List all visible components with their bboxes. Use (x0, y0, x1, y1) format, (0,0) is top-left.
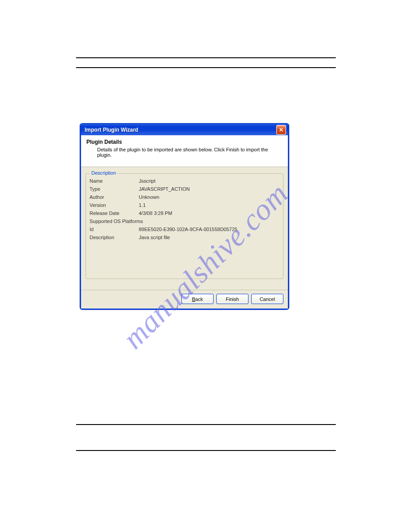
group-legend: Description (90, 170, 118, 176)
horizontal-rule (76, 424, 336, 425)
release-date-label: Release Date (90, 210, 139, 216)
back-button-rest: ack (195, 296, 203, 302)
import-plugin-wizard-dialog: Import Plugin Wizard ✕ Plugin Details De… (80, 123, 289, 310)
field-row-author: Author Unknown (90, 194, 279, 200)
platforms-label: Supported OS Platforms (90, 219, 143, 224)
version-label: Version (90, 202, 139, 208)
description-value: Java script file (139, 235, 279, 240)
body-panel: Description Name Jsscript Type JAVASCRIP… (81, 167, 288, 290)
close-button[interactable]: ✕ (276, 125, 286, 135)
cancel-button[interactable]: Cancel (251, 294, 283, 304)
horizontal-rule (76, 67, 336, 68)
back-button[interactable]: Back (181, 294, 214, 304)
footer-panel: Back Finish Cancel (81, 290, 288, 309)
field-row-type: Type JAVASCRIPT_ACTION (90, 186, 279, 192)
window-title: Import Plugin Wizard (85, 127, 138, 133)
finish-button[interactable]: Finish (216, 294, 248, 304)
author-label: Author (90, 194, 139, 200)
finish-button-label: Finish (226, 296, 239, 302)
page-title: Plugin Details (86, 139, 283, 145)
id-label: Id (90, 227, 139, 232)
release-date-value: 4/3/08 3:28 PM (139, 210, 279, 216)
header-panel: Plugin Details Details of the plugin to … (81, 135, 288, 167)
field-row-description: Description Java script file (90, 235, 279, 240)
field-row-platforms: Supported OS Platforms (90, 219, 279, 224)
field-row-name: Name Jsscript (90, 178, 279, 184)
description-label: Description (90, 235, 139, 240)
id-value: 89EE5020-E390-102A-9CFA-001558D05725 (139, 227, 279, 232)
description-group: Description Name Jsscript Type JAVASCRIP… (86, 173, 283, 279)
type-value: JAVASCRIPT_ACTION (139, 186, 279, 192)
page-subtitle: Details of the plugin to be imported are… (86, 147, 283, 158)
author-value: Unknown (139, 194, 279, 200)
name-label: Name (90, 178, 139, 184)
field-row-release-date: Release Date 4/3/08 3:28 PM (90, 210, 279, 216)
close-icon: ✕ (279, 127, 283, 133)
titlebar: Import Plugin Wizard ✕ (81, 124, 288, 135)
version-value: 1.1 (139, 202, 279, 208)
field-row-version: Version 1.1 (90, 202, 279, 208)
field-row-id: Id 89EE5020-E390-102A-9CFA-001558D05725 (90, 227, 279, 232)
platforms-value (143, 219, 279, 224)
horizontal-rule (76, 450, 336, 451)
name-value: Jsscript (139, 178, 279, 184)
cancel-button-label: Cancel (260, 296, 275, 302)
type-label: Type (90, 186, 139, 192)
horizontal-rule (76, 57, 336, 58)
